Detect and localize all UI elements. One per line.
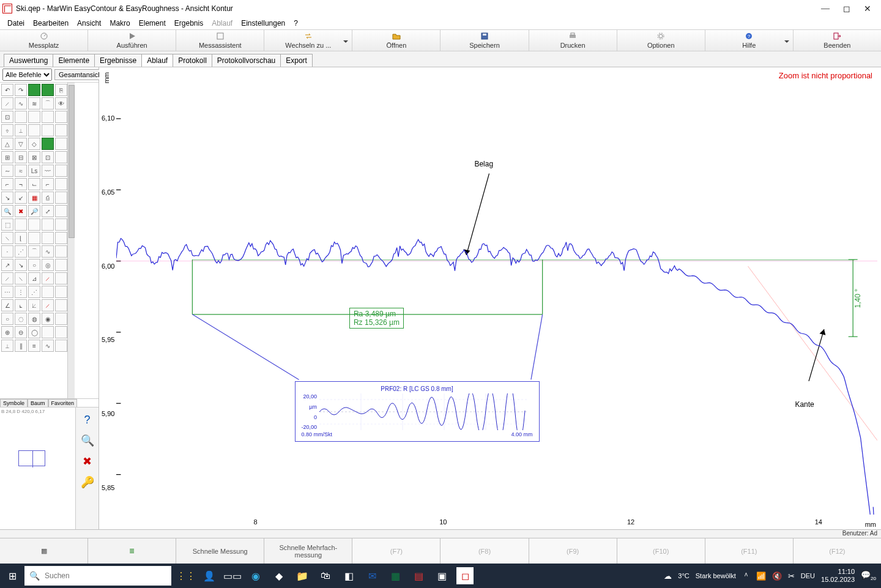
tool-button[interactable] xyxy=(42,286,54,298)
tool-button[interactable] xyxy=(28,218,40,231)
menu-einstellungen[interactable]: Einstellungen xyxy=(237,19,289,28)
start-button[interactable]: ⊞ xyxy=(0,564,24,588)
tool-button[interactable] xyxy=(42,232,54,244)
side-zoom-button[interactable]: 🔍 xyxy=(79,432,96,449)
tool-button[interactable]: ⤢ xyxy=(42,205,54,217)
taskview-icon[interactable]: ▭▭ xyxy=(224,567,241,584)
tool-button[interactable]: ⟋ xyxy=(42,299,54,311)
tool-button[interactable]: ▦ xyxy=(28,192,40,204)
tool-button[interactable] xyxy=(42,218,54,231)
tool-button[interactable] xyxy=(55,259,67,271)
marwin-taskbar-icon[interactable]: ◻ xyxy=(456,567,474,584)
tool-button[interactable]: ⟋ xyxy=(1,272,13,285)
tool-button[interactable] xyxy=(55,272,67,285)
tool-button[interactable] xyxy=(55,151,67,163)
maximize-button[interactable]: ◻ xyxy=(843,4,850,14)
menu-ansicht[interactable]: Ansicht xyxy=(73,19,105,28)
pdf-icon[interactable]: ▤ xyxy=(410,567,427,584)
taskbar-search[interactable]: 🔍 Suchen xyxy=(24,566,171,586)
fkey-f5[interactable]: Schnelle Messung xyxy=(176,538,264,564)
tool-button[interactable]: ⎙ xyxy=(42,192,54,204)
palette-scrollbar[interactable] xyxy=(67,83,75,398)
tb-hilfe[interactable]: ?Hilfe xyxy=(705,30,794,51)
tool-button[interactable] xyxy=(55,326,67,338)
close-button[interactable]: ✕ xyxy=(864,4,871,14)
tool-button[interactable]: ⋰ xyxy=(15,245,27,258)
cortana-icon[interactable]: ⋮⋮ xyxy=(177,567,195,584)
tb-drucken[interactable]: Drucken xyxy=(529,30,617,51)
language-indicator[interactable]: DEU xyxy=(801,572,815,579)
outlook-icon[interactable]: ✉ xyxy=(363,567,381,584)
side-help-button[interactable]: ? xyxy=(79,411,96,428)
tool-button[interactable]: ⊕ xyxy=(1,326,13,338)
tool-button[interactable]: ↶ xyxy=(1,84,13,96)
tool-button[interactable] xyxy=(28,84,40,96)
side-delete-button[interactable]: ✖ xyxy=(79,453,96,470)
tray-chevron-icon[interactable]: ＾ xyxy=(742,570,750,581)
tool-button[interactable]: Ls xyxy=(28,165,40,177)
tool-button[interactable]: ≡ xyxy=(28,340,40,352)
menu-datei[interactable]: Datei xyxy=(4,19,28,28)
menu-element[interactable]: Element xyxy=(135,19,169,28)
tool-button[interactable]: ◎ xyxy=(42,259,54,271)
tool-button[interactable] xyxy=(55,340,67,352)
tool-button[interactable]: ⊠ xyxy=(28,151,40,163)
notifications-icon[interactable]: 💬20 xyxy=(861,570,876,581)
explorer-icon[interactable]: 📁 xyxy=(294,567,311,584)
tb-speichern[interactable]: Speichern xyxy=(441,30,529,51)
tool-button[interactable]: ∿ xyxy=(42,340,54,352)
tool-button[interactable] xyxy=(55,218,67,231)
tb-optionen[interactable]: Optionen xyxy=(617,30,705,51)
tool-button[interactable]: ⌙ xyxy=(28,178,40,190)
tool-button[interactable] xyxy=(55,165,67,177)
tool-button[interactable]: ¬ xyxy=(15,178,27,190)
volume-icon[interactable]: 🔇 xyxy=(772,571,782,581)
tool-button[interactable]: ▽ xyxy=(15,138,27,150)
tool-button[interactable]: ⌐ xyxy=(1,178,13,190)
tool-button[interactable]: ○ xyxy=(28,259,40,271)
tool-button[interactable] xyxy=(28,124,40,136)
tool-button[interactable]: · xyxy=(1,245,13,258)
people-icon[interactable]: 👤 xyxy=(201,567,218,584)
tool-button[interactable]: ◍ xyxy=(28,313,40,325)
palette-tab-symbole[interactable]: Symbole xyxy=(0,399,28,407)
tb-wechseln[interactable]: Wechseln zu ... xyxy=(264,30,352,51)
tool-button[interactable]: ⊟ xyxy=(15,151,27,163)
fkey-f6[interactable]: Schnelle Mehrfach-messung xyxy=(264,538,352,564)
tool-button[interactable]: ∼ xyxy=(1,165,13,177)
chart-area[interactable]: mm Zoom ist nicht proportional 6,10 6,05… xyxy=(99,67,881,529)
tool-button[interactable] xyxy=(55,313,67,325)
tool-button[interactable] xyxy=(55,111,67,123)
tool-button[interactable] xyxy=(28,232,40,244)
tool-button[interactable] xyxy=(55,286,67,298)
tab-ablauf[interactable]: Ablauf xyxy=(141,54,173,67)
tab-protokollvorschau[interactable]: Protokollvorschau xyxy=(212,54,281,67)
tool-button[interactable]: ↘ xyxy=(15,259,27,271)
tb-messplatz[interactable]: Messplatz xyxy=(0,30,88,51)
commands-combobox[interactable]: Alle Befehle xyxy=(2,69,52,81)
tool-button[interactable]: ∥ xyxy=(15,340,27,352)
snip-icon[interactable]: ✂ xyxy=(788,571,795,581)
tool-button[interactable]: ⊡ xyxy=(1,111,13,123)
menu-ergebnis[interactable]: Ergebnis xyxy=(171,19,207,28)
tool-button[interactable] xyxy=(55,299,67,311)
tool-button[interactable] xyxy=(55,192,67,204)
side-key-button[interactable]: 🔑 xyxy=(79,474,96,491)
tool-button[interactable]: ⟂ xyxy=(15,124,27,136)
tool-button[interactable]: ⟋ xyxy=(1,97,13,110)
palette-tab-baum[interactable]: Baum xyxy=(28,399,48,407)
excel-icon[interactable]: ▦ xyxy=(387,567,404,584)
tool-button[interactable]: ⌐ xyxy=(42,178,54,190)
tab-export[interactable]: Export xyxy=(280,54,313,67)
tool-button[interactable]: ⊡ xyxy=(42,151,54,163)
tb-beenden[interactable]: Beenden xyxy=(794,30,881,51)
tool-button[interactable]: ◌ xyxy=(15,313,27,325)
tool-button[interactable]: ≋ xyxy=(28,97,40,110)
tool-button[interactable]: ⋰ xyxy=(28,286,40,298)
wifi-icon[interactable]: 📶 xyxy=(756,571,766,581)
tool-button[interactable]: △ xyxy=(1,138,13,150)
tool-button[interactable] xyxy=(15,111,27,123)
tool-button[interactable] xyxy=(55,205,67,217)
tool-button[interactable] xyxy=(55,232,67,244)
tab-auswertung[interactable]: Auswertung xyxy=(4,54,53,67)
